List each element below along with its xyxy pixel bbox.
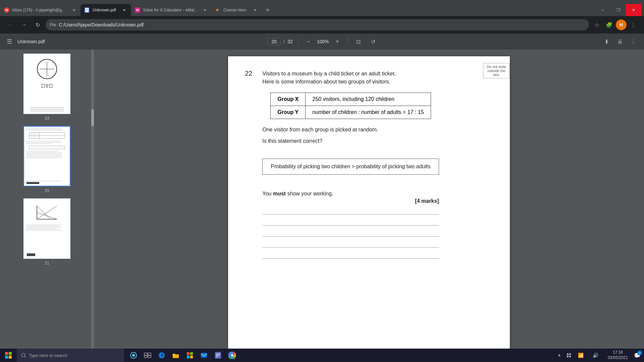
tab-coursehero[interactable]: ★ Course Hero ✕ xyxy=(211,4,262,16)
close-button[interactable]: ✕ xyxy=(626,4,641,16)
back-button[interactable]: ← xyxy=(5,19,16,30)
tab-gmail-title: Inbox (176) - h.jaywright@gmail... xyxy=(12,8,68,12)
tab-pdf-title: Unknown.pdf xyxy=(93,8,119,12)
tray-volume[interactable]: 🔊 xyxy=(589,349,602,362)
svg-rect-18 xyxy=(148,353,151,355)
answer-line-5 xyxy=(262,258,439,259)
new-tab-button[interactable]: + xyxy=(262,4,274,16)
page-separator: / xyxy=(283,39,285,44)
table-row-group-y: Group Y number of children : number of a… xyxy=(271,106,431,119)
answer-line-3 xyxy=(262,236,439,237)
pdf-title: Unknown.pdf xyxy=(17,39,45,44)
rotate-button[interactable]: ↺ xyxy=(368,36,379,47)
tray-network[interactable]: 📶 xyxy=(574,349,588,362)
toolbar-separator-2 xyxy=(347,38,348,46)
pdf-sidebar: 19 xyxy=(0,50,94,349)
taskbar-search-text: Type here to search xyxy=(29,353,67,358)
table-row-group-x: Group X 250 visitors, including 120 chil… xyxy=(271,93,431,106)
gmail-favicon: M xyxy=(4,7,9,13)
browser-chrome: M Inbox (176) - h.jaywright@gmail... ✕ U… xyxy=(0,0,644,50)
address-actions: ☆ 🧩 H ⋮ xyxy=(592,19,639,30)
taskbar-cortana[interactable] xyxy=(127,349,140,362)
pdf-menu-button[interactable]: ☰ xyxy=(5,37,13,47)
question-intro-2: Here is some information about two group… xyxy=(262,78,439,86)
minimize-button[interactable]: ─ xyxy=(595,4,610,16)
thumbnail-21[interactable] xyxy=(23,198,70,259)
pdf-toolbar-right: ⬇ 🖨 ⋮ xyxy=(601,36,639,47)
pdf-toolbar: ☰ Unknown.pdf / 32 − 100% + ⊡ ↺ ⬇ 🖨 ⋮ xyxy=(0,34,644,50)
page-number-input[interactable] xyxy=(267,38,281,45)
thumbnail-19-number: 19 xyxy=(45,116,49,121)
url-text: C:/Users/hjayw/Downloads/Unknown.pdf xyxy=(59,22,585,27)
tab-gmail-close[interactable]: ✕ xyxy=(71,7,76,13)
marks-text: [4 marks] xyxy=(262,198,439,204)
extensions-button[interactable]: 🧩 xyxy=(604,19,614,30)
tab-pdf-close[interactable]: ✕ xyxy=(121,7,127,13)
tray-up-arrow[interactable]: ∧ xyxy=(555,349,564,362)
fit-page-button[interactable]: ⊡ xyxy=(353,36,364,47)
taskbar: Type here to search ∧ xyxy=(0,349,644,362)
svg-rect-20 xyxy=(148,356,151,358)
time-display: 17:18 xyxy=(613,350,623,355)
taskbar-unknown-app[interactable] xyxy=(211,349,225,362)
taskbar-mail[interactable] xyxy=(197,349,211,362)
tab-pdf[interactable]: Unknown.pdf ✕ xyxy=(80,4,131,16)
thumbnail-20-number: 20 xyxy=(45,188,49,193)
print-button[interactable]: 🖨 xyxy=(614,36,625,47)
bookmark-button[interactable]: ☆ xyxy=(592,19,602,30)
svg-rect-9 xyxy=(5,352,8,355)
main-content-area: 19 xyxy=(0,50,644,349)
zoom-in-button[interactable]: + xyxy=(333,37,342,46)
taskbar-file-explorer[interactable] xyxy=(169,349,182,362)
forward-button[interactable]: → xyxy=(19,19,30,30)
zoom-value: 100% xyxy=(315,39,331,44)
tab-emathhelp[interactable]: M Solve for X Calculator - eMathHe... ✕ xyxy=(131,4,211,16)
taskbar-task-view[interactable] xyxy=(141,349,154,362)
page-navigation: / 32 xyxy=(267,38,292,45)
profile-button[interactable]: H xyxy=(616,19,627,30)
taskbar-search[interactable]: Type here to search xyxy=(17,349,124,362)
page-total: 32 xyxy=(287,39,293,44)
zoom-out-button[interactable]: − xyxy=(304,37,313,46)
refresh-button[interactable]: ↻ xyxy=(32,19,43,30)
svg-point-13 xyxy=(21,353,25,357)
group-x-label: Group X xyxy=(271,93,306,106)
thumbnail-20[interactable] xyxy=(23,126,70,186)
group-y-label: Group Y xyxy=(271,106,306,119)
svg-rect-25 xyxy=(187,356,190,358)
download-button[interactable]: ⬇ xyxy=(601,36,612,47)
answer-line-1 xyxy=(262,214,439,215)
svg-rect-34 xyxy=(567,353,569,355)
tab-coursehero-close[interactable]: ✕ xyxy=(252,7,258,13)
more-options-button[interactable]: ⋮ xyxy=(628,36,639,47)
svg-line-14 xyxy=(24,356,25,357)
toolbar-separator-1 xyxy=(298,38,299,46)
address-bar-row: ← → ↻ File C:/Users/hjayw/Downloads/Unkn… xyxy=(0,16,644,34)
svg-rect-10 xyxy=(9,352,12,355)
question-body: Visitors to a museum buy a child ticket … xyxy=(262,70,439,269)
svg-point-33 xyxy=(231,354,233,356)
visitor-info-table: Group X 250 visitors, including 120 chil… xyxy=(270,93,431,119)
taskbar-edge[interactable] xyxy=(155,349,168,362)
thumbnail-21-number: 21 xyxy=(45,261,49,265)
emathhelp-favicon: M xyxy=(135,7,140,13)
probability-statement-box: Probability of picking two children > pr… xyxy=(262,159,439,175)
tray-hidden-icons[interactable] xyxy=(565,349,573,362)
notification-badge: 4 xyxy=(637,351,642,355)
taskbar-store[interactable] xyxy=(183,349,197,362)
taskbar-clock[interactable]: 17:18 03/05/2021 xyxy=(605,350,631,360)
svg-rect-17 xyxy=(144,353,147,355)
tab-gmail[interactable]: M Inbox (176) - h.jaywright@gmail... ✕ xyxy=(0,4,80,16)
do-not-write-notice: Do not write outside the box xyxy=(483,63,510,78)
answer-line-2 xyxy=(262,225,439,226)
body-text-1: One visitor from each group is picked at… xyxy=(262,126,439,134)
tab-emathhelp-close[interactable]: ✕ xyxy=(202,7,207,13)
start-button[interactable] xyxy=(0,349,17,362)
zoom-controls: − 100% + xyxy=(304,37,342,46)
taskbar-chrome[interactable] xyxy=(225,349,239,362)
maximize-button[interactable]: ❐ xyxy=(610,4,626,16)
thumbnail-19[interactable] xyxy=(23,54,70,114)
address-input[interactable]: File C:/Users/hjayw/Downloads/Unknown.pd… xyxy=(46,19,589,31)
notification-button[interactable]: 💬 4 xyxy=(631,349,644,362)
settings-button[interactable]: ⋮ xyxy=(628,19,639,30)
